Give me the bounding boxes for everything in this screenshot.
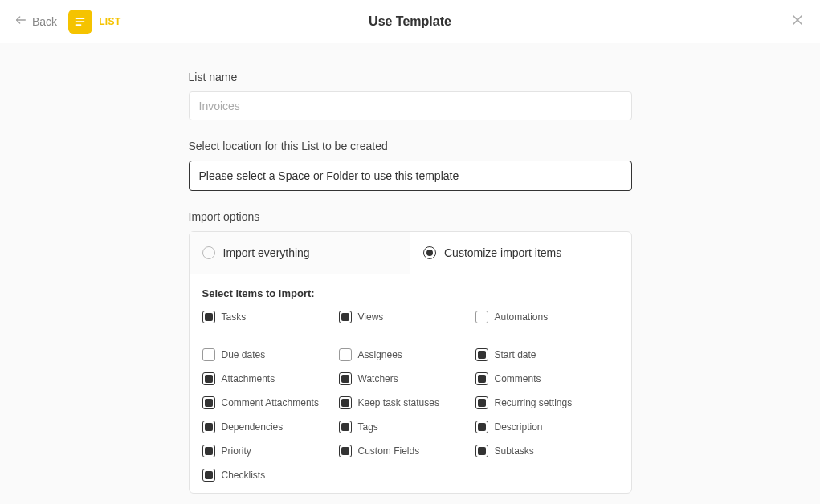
checkbox-label: Start date xyxy=(495,349,536,360)
checkbox-item[interactable]: Dependencies xyxy=(202,421,339,433)
divider xyxy=(202,335,618,335)
top-items-row: TasksViewsAutomations xyxy=(202,311,618,323)
checkbox-item[interactable]: Comment Attachments xyxy=(202,396,339,409)
checkbox-label: Keep task statuses xyxy=(358,397,439,408)
type-label: LIST xyxy=(99,16,121,27)
checkbox-label: Subtasks xyxy=(495,445,534,457)
checkbox-icon xyxy=(202,348,215,361)
checkbox-item[interactable]: Description xyxy=(475,421,612,433)
checkbox-item[interactable]: Subtasks xyxy=(475,445,612,457)
checkbox-label: Due dates xyxy=(222,349,266,360)
checkbox-icon xyxy=(202,445,215,457)
checkbox-icon xyxy=(475,348,488,361)
svg-rect-3 xyxy=(76,24,82,26)
checkbox-icon xyxy=(339,311,352,323)
checkbox-label: Assignees xyxy=(358,349,402,360)
template-form: List name Select location for this List … xyxy=(189,43,632,504)
checkbox-label: Dependencies xyxy=(222,421,284,433)
import-mode-radios: Import everything Customize import items xyxy=(190,232,631,274)
checkbox-item[interactable]: Tags xyxy=(339,421,475,433)
checkbox-icon xyxy=(475,445,488,457)
checkbox-label: Checklists xyxy=(222,469,266,481)
checkbox-item[interactable]: Views xyxy=(339,311,475,323)
checkbox-item[interactable]: Attachments xyxy=(202,372,339,385)
import-options-card: Import everything Customize import items… xyxy=(189,231,632,494)
checkbox-label: Automations xyxy=(495,311,549,323)
radio-import-everything[interactable]: Import everything xyxy=(190,232,411,274)
checkbox-item[interactable]: Recurring settings xyxy=(475,396,612,409)
checkbox-icon xyxy=(475,372,488,385)
checkbox-icon xyxy=(475,396,488,409)
select-items-label: Select items to import: xyxy=(202,287,618,299)
checkbox-icon xyxy=(339,372,352,385)
checkbox-label: Tags xyxy=(358,421,378,433)
items-grid: Due datesAssigneesStart dateAttachmentsW… xyxy=(202,348,618,482)
checkbox-item[interactable]: Custom Fields xyxy=(339,445,475,457)
import-options-label: Import options xyxy=(189,210,632,223)
checkbox-icon xyxy=(202,311,215,323)
checkbox-icon xyxy=(339,421,352,433)
modal-header: Back LIST Use Template xyxy=(0,0,820,43)
checkbox-item[interactable]: Checklists xyxy=(202,469,339,482)
checkbox-icon xyxy=(202,372,215,385)
svg-rect-2 xyxy=(76,21,85,22)
list-name-input[interactable] xyxy=(189,91,632,120)
checkbox-label: Comments xyxy=(495,373,541,384)
modal-body[interactable]: List name Select location for this List … xyxy=(0,43,820,504)
template-type-chip: LIST xyxy=(68,10,121,34)
modal-title: Use Template xyxy=(369,14,451,29)
checkbox-label: Custom Fields xyxy=(358,445,420,457)
radio-label: Import everything xyxy=(223,246,310,259)
checkbox-icon xyxy=(202,421,215,433)
checkbox-label: Views xyxy=(358,311,384,323)
checkbox-item[interactable]: Watchers xyxy=(339,372,475,385)
close-button[interactable] xyxy=(789,12,806,31)
list-name-label: List name xyxy=(189,71,632,83)
checkbox-item[interactable]: Keep task statuses xyxy=(339,396,475,409)
checkbox-label: Tasks xyxy=(222,311,247,323)
checkbox-item[interactable]: Priority xyxy=(202,445,339,457)
list-icon xyxy=(68,10,92,34)
checkbox-label: Description xyxy=(495,421,543,433)
checkbox-item[interactable]: Start date xyxy=(475,348,612,361)
svg-rect-1 xyxy=(76,18,85,19)
checkbox-icon xyxy=(475,311,488,323)
items-section: Select items to import: TasksViewsAutoma… xyxy=(190,274,631,493)
checkbox-icon xyxy=(339,445,352,457)
checkbox-icon xyxy=(202,469,215,482)
checkbox-item[interactable]: Assignees xyxy=(339,348,475,361)
radio-customize-items[interactable]: Customize import items xyxy=(410,232,631,274)
checkbox-item[interactable]: Due dates xyxy=(202,348,339,361)
checkbox-label: Comment Attachments xyxy=(222,397,319,408)
import-options-block: Import options Import everything Customi… xyxy=(189,210,632,494)
list-name-block: List name xyxy=(189,71,632,120)
location-select[interactable]: Please select a Space or Folder to use t… xyxy=(189,161,632,191)
checkbox-icon xyxy=(339,348,352,361)
checkbox-icon xyxy=(202,396,215,409)
checkbox-label: Watchers xyxy=(358,373,398,384)
checkbox-label: Attachments xyxy=(222,373,275,384)
checkbox-icon xyxy=(339,396,352,409)
radio-icon xyxy=(423,246,436,259)
checkbox-item[interactable]: Automations xyxy=(475,311,612,323)
checkbox-item[interactable]: Tasks xyxy=(202,311,339,323)
location-block: Select location for this List to be crea… xyxy=(189,140,632,191)
radio-icon xyxy=(202,246,215,259)
back-button[interactable]: Back xyxy=(14,14,57,30)
arrow-left-icon xyxy=(14,14,27,30)
close-icon xyxy=(789,17,806,30)
use-template-modal: Back LIST Use Template List name Select … xyxy=(0,0,820,504)
location-label: Select location for this List to be crea… xyxy=(189,140,632,152)
radio-label: Customize import items xyxy=(444,246,561,259)
checkbox-label: Recurring settings xyxy=(495,397,573,408)
back-label: Back xyxy=(32,15,57,28)
checkbox-label: Priority xyxy=(222,445,251,457)
checkbox-item[interactable]: Comments xyxy=(475,372,612,385)
checkbox-icon xyxy=(475,421,488,433)
